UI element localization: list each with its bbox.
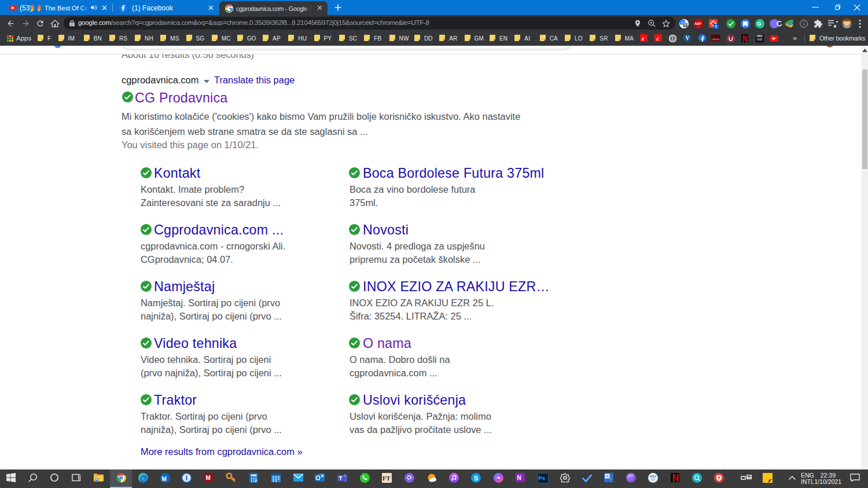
svg-text:字: 字 (609, 477, 613, 481)
svg-text:10: 10 (748, 476, 751, 479)
svg-text:文: 文 (683, 23, 687, 27)
svg-text:S: S (473, 475, 478, 482)
svg-text:EGU: EGU (650, 475, 656, 478)
svg-text:2021: 2021 (650, 479, 655, 481)
